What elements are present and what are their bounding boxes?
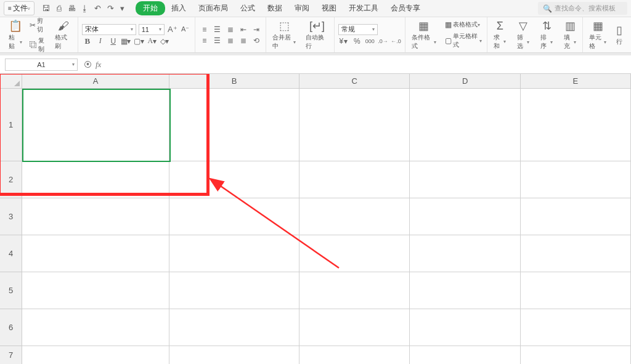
currency-icon[interactable]: ¥▾ — [338, 36, 349, 46]
print-preview-icon[interactable]: ⎙ — [54, 3, 65, 14]
bold-button[interactable]: B — [82, 36, 93, 46]
cell-D4[interactable] — [410, 235, 520, 272]
cell-A7[interactable] — [22, 346, 169, 364]
increase-indent-icon[interactable]: ⇥ — [251, 25, 262, 34]
sum-button[interactable]: Σ求和▾ — [491, 20, 508, 50]
save-icon[interactable]: 🖫 — [41, 3, 52, 14]
tab-data[interactable]: 数据 — [261, 1, 288, 16]
grow-font-icon[interactable]: A⁺ — [167, 25, 178, 34]
cell-C6[interactable] — [299, 309, 410, 346]
cell-D6[interactable] — [410, 309, 520, 346]
align-top-icon[interactable]: ≡ — [199, 25, 210, 34]
align-right-icon[interactable]: ≣ — [225, 36, 236, 46]
align-middle-icon[interactable]: ☰ — [212, 25, 223, 34]
cell-style-button[interactable]: ▢单元格样式▾ — [444, 31, 484, 50]
cell-C2[interactable] — [299, 161, 410, 198]
justify-icon[interactable]: ≣ — [238, 36, 249, 46]
decrease-decimal-icon[interactable]: ←.0 — [390, 36, 401, 46]
chevron-down-icon[interactable]: ▾ — [117, 3, 128, 14]
align-center-icon[interactable]: ☰ — [212, 36, 223, 46]
font-size-select[interactable]: 11▾ — [139, 24, 165, 35]
row-col-button[interactable]: ▯行 — [614, 20, 625, 50]
cell-C1[interactable] — [299, 89, 410, 161]
column-header-A[interactable]: A — [22, 74, 169, 89]
font-name-select[interactable]: 宋体▾ — [82, 24, 136, 35]
orientation-icon[interactable]: ⟲ — [251, 36, 262, 46]
print-icon[interactable]: 🖶 — [67, 3, 78, 14]
cell-A2[interactable] — [22, 161, 169, 198]
merge-center-button[interactable]: ⬚ 合并居中▾ — [270, 20, 299, 50]
row-header-2[interactable]: 2 — [0, 161, 22, 198]
clear-format-button[interactable]: ◇▾ — [160, 36, 171, 46]
cell-C5[interactable] — [299, 272, 410, 309]
wrap-text-button[interactable]: [↵] 自动换行 — [303, 20, 330, 50]
cell-E5[interactable] — [521, 272, 631, 309]
cell-A3[interactable] — [22, 198, 169, 235]
cell-D3[interactable] — [410, 198, 520, 235]
cell-B3[interactable] — [169, 198, 299, 235]
export-icon[interactable]: ⭳ — [79, 3, 91, 14]
font-color-button[interactable]: A▾ — [147, 36, 158, 46]
percent-icon[interactable]: % — [351, 36, 362, 46]
cell-E2[interactable] — [521, 161, 631, 198]
row-header-4[interactable]: 4 — [0, 235, 22, 272]
cells-area[interactable] — [22, 89, 631, 364]
select-all-corner[interactable] — [0, 74, 22, 89]
italic-button[interactable]: I — [95, 36, 106, 46]
cell-B4[interactable] — [169, 235, 299, 272]
row-header-5[interactable]: 5 — [0, 272, 22, 309]
cell-D5[interactable] — [410, 272, 520, 309]
cell-B2[interactable] — [169, 161, 299, 198]
cell-E7[interactable] — [521, 346, 631, 364]
tab-formula[interactable]: 公式 — [234, 1, 261, 16]
format-painter-button[interactable]: 🖌 格式刷 — [52, 20, 73, 50]
increase-decimal-icon[interactable]: .0→ — [377, 36, 388, 46]
cell-C3[interactable] — [299, 198, 410, 235]
tab-insert[interactable]: 插入 — [165, 1, 192, 16]
cell-B5[interactable] — [169, 272, 299, 309]
cell-B6[interactable] — [169, 309, 299, 346]
row-header-7[interactable]: 7 — [0, 346, 22, 364]
filter-button[interactable]: ▽筛选▾ — [515, 20, 532, 50]
cond-format-button[interactable]: ▦ 条件格式▾ — [409, 20, 438, 50]
tab-start[interactable]: 开始 — [136, 1, 165, 15]
formula-bar[interactable]: ⦿ fx — [84, 60, 101, 70]
tab-layout[interactable]: 页面布局 — [192, 1, 234, 16]
tab-member[interactable]: 会员专享 — [385, 1, 426, 16]
cell-C7[interactable] — [299, 346, 410, 364]
undo-icon[interactable]: ↶ — [92, 3, 104, 14]
cell-C4[interactable] — [299, 235, 410, 272]
copy-button[interactable]: ⿻复制 — [28, 36, 49, 54]
cell-B7[interactable] — [169, 346, 299, 364]
cell-D7[interactable] — [410, 346, 520, 364]
table-style-button[interactable]: ▦表格格式▾ — [444, 20, 484, 30]
cell-A6[interactable] — [22, 309, 169, 346]
cell-D1[interactable] — [410, 89, 520, 161]
cell-E4[interactable] — [521, 235, 631, 272]
shrink-font-icon[interactable]: A⁻ — [180, 25, 191, 34]
borders-button[interactable]: ▦▾ — [121, 36, 132, 46]
file-menu-button[interactable]: ≡ 文件 v — [4, 1, 35, 15]
cell-E3[interactable] — [521, 198, 631, 235]
tab-devtools[interactable]: 开发工具 — [343, 1, 385, 16]
column-header-D[interactable]: D — [410, 74, 520, 89]
column-header-C[interactable]: C — [299, 74, 410, 89]
fill-color-button[interactable]: ▢▾ — [134, 36, 145, 46]
tab-view[interactable]: 视图 — [316, 1, 343, 16]
cell-E1[interactable] — [521, 89, 631, 161]
cell-A1[interactable] — [22, 89, 169, 161]
column-header-E[interactable]: E — [521, 74, 631, 89]
align-left-icon[interactable]: ≡ — [199, 36, 210, 46]
paste-button[interactable]: 📋 粘贴▾ — [6, 20, 25, 50]
row-header-6[interactable]: 6 — [0, 309, 22, 346]
comma-icon[interactable]: 000 — [364, 36, 375, 46]
cell-E6[interactable] — [521, 309, 631, 346]
cut-button[interactable]: ✂剪切 — [28, 16, 49, 34]
redo-icon[interactable]: ↷ — [105, 3, 116, 14]
number-format-select[interactable]: 常规▾ — [338, 24, 378, 35]
row-header-3[interactable]: 3 — [0, 198, 22, 235]
column-header-B[interactable]: B — [169, 74, 299, 89]
name-box[interactable]: A1 ▾ — [5, 59, 78, 71]
cell-A5[interactable] — [22, 272, 169, 309]
tab-review[interactable]: 审阅 — [288, 1, 316, 16]
